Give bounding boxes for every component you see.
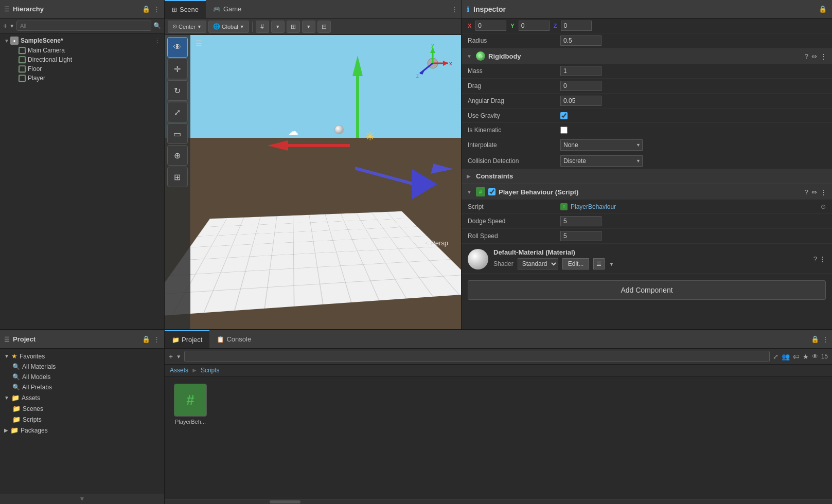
add-project-icon[interactable]: + [169,352,173,361]
hierarchy-item-player[interactable]: Player [0,74,164,83]
tool-transform[interactable]: ⊕ [167,145,188,166]
favorites-header[interactable]: ▼ ★ Favorites [0,351,164,362]
proj-scripts[interactable]: 📁 Scripts [0,414,164,425]
layers-btn[interactable]: ⊞ [287,21,300,33]
project-header-more[interactable]: ⋮ [822,335,829,343]
mass-input[interactable] [560,66,601,76]
scrollbar-thumb[interactable] [270,500,300,503]
tab-project[interactable]: 📁 Project [165,330,209,348]
interpolate-label: Interpolate [468,141,560,149]
project-star-icon[interactable]: ★ [803,353,809,361]
add-project-dropdown[interactable]: ▼ [176,354,181,359]
material-shader-select[interactable]: Standard [518,258,558,269]
breadcrumb-root[interactable]: Assets [170,367,188,374]
use-gravity-checkbox[interactable] [560,112,568,119]
global-btn[interactable]: 🌐 Global ▼ [208,21,249,33]
tree-scroll-bottom[interactable]: ▼ [0,494,164,504]
hierarchy-item-directional-light[interactable]: Directional Light [0,55,164,64]
hierarchy-item-floor[interactable]: Floor [0,64,164,74]
project-lock-icon[interactable]: 🔒 [142,335,150,343]
rigidbody-more-btn[interactable]: ⋮ [820,52,827,60]
horizontal-scrollbar[interactable] [165,499,832,504]
all-models-label: All Models [22,373,50,381]
dodge-speed-input[interactable] [560,216,601,226]
favorites-arrow: ▼ [4,353,9,359]
material-more-btn[interactable]: ⋮ [819,255,826,263]
constraints-header[interactable]: ▶ Constraints [462,169,832,184]
rigidbody-header[interactable]: ▼ ◎ Rigidbody ? ⇔ ⋮ [462,48,832,64]
project-lock-header-icon[interactable]: 🔒 [811,335,819,343]
position-z-input[interactable] [561,21,592,31]
script-target-icon[interactable]: ⊙ [821,203,826,210]
position-x-input[interactable] [475,21,506,31]
scene-menu-icon[interactable]: ☰ [196,39,202,47]
tab-console[interactable]: 📋 Console [209,330,258,348]
hierarchy-search-icon[interactable]: 🔍 [153,22,161,29]
tool-custom[interactable]: ⊞ [167,167,188,187]
position-y-input[interactable] [519,21,550,31]
interpolate-select[interactable]: None Interpolate Extrapolate [560,139,643,151]
favorites-label: Favorites [20,353,45,360]
tab-game[interactable]: 🎮 Game [206,0,249,18]
project-tree: ▼ ★ Favorites 🔍 All Materials 🔍 All Mode… [0,349,164,494]
proj-scenes[interactable]: 📁 Scenes [0,403,164,414]
x-axis-arrow [268,138,350,153]
script-enable-checkbox[interactable] [488,188,495,195]
scene-more-icon[interactable]: ⋮ [154,38,160,44]
tool-rotate[interactable]: ↻ [167,80,188,101]
tool-move[interactable]: ✛ [167,59,188,79]
rigidbody-settings-btn[interactable]: ⇔ [811,52,817,60]
camera-label: Main Camera [28,47,65,54]
file-item-playerbeh[interactable]: # PlayerBeh... [170,382,211,427]
tool-view[interactable]: 👁 [167,37,188,58]
tool-scale[interactable]: ⤢ [167,102,188,122]
is-kinematic-checkbox[interactable] [560,127,568,134]
collision-detection-select[interactable]: Discrete Continuous Continuous Dynamic C… [560,155,643,167]
material-help-btn[interactable]: ? [813,255,817,263]
material-shader-label: Shader [493,260,514,267]
script-more-btn[interactable]: ⋮ [820,188,827,196]
center-btn[interactable]: ⊙ Center ▼ [168,21,206,33]
grid-btn[interactable]: # [256,21,269,33]
project-more-icon[interactable]: ⋮ [153,335,160,343]
hierarchy-more-icon[interactable]: ⋮ [153,5,160,13]
grid-dropdown-btn[interactable]: ▼ [271,21,285,33]
radius-input[interactable] [560,35,601,46]
project-eye-icon: 👁 [812,353,818,360]
script-help-btn[interactable]: ? [805,188,808,196]
hierarchy-scene-root[interactable]: ▼ ● SampleScene* ⋮ [0,35,164,46]
project-collab-icon[interactable]: 👥 [782,353,790,361]
layers-dropdown-btn[interactable]: ▼ [302,21,315,33]
hierarchy-dropdown-icon[interactable]: ▼ [9,23,14,29]
rigidbody-help-btn[interactable]: ? [805,52,808,60]
hierarchy-item-main-camera[interactable]: Main Camera [0,46,164,55]
lock-inspector-icon[interactable]: 🔒 [819,5,827,13]
scene-more-icon[interactable]: ⋮ [451,5,458,13]
proj-all-prefabs[interactable]: 🔍 All Prefabs [0,382,164,392]
proj-all-models[interactable]: 🔍 All Models [0,372,164,382]
material-edit-btn[interactable]: Edit... [562,258,590,269]
project-search-input[interactable] [184,351,770,362]
add-hierarchy-icon[interactable]: + [3,22,7,30]
script-header[interactable]: ▼ # Player Behaviour (Script) ? ⇔ ⋮ [462,184,832,200]
material-dropdown-icon[interactable]: ▼ [609,261,614,267]
add-component-button[interactable]: Add Component [468,280,826,300]
material-list-btn[interactable]: ☰ [593,258,605,269]
tool-rect[interactable]: ▭ [167,123,188,144]
project-tag-icon[interactable]: 🏷 [793,353,800,361]
scene-view[interactable]: ✳ ☁ < Persp [165,35,461,329]
angular-drag-input[interactable] [560,96,601,106]
drag-input[interactable] [560,81,601,91]
packages-header[interactable]: ▶ 📁 Packages [0,425,164,436]
roll-speed-input[interactable] [560,231,601,241]
tab-scene[interactable]: ⊞ Scene [165,0,206,18]
hierarchy-search[interactable] [16,21,151,31]
ruler-btn[interactable]: ⊟ [317,21,331,33]
assets-header[interactable]: ▼ 📁 Assets [0,392,164,403]
interpolate-select-wrap: None Interpolate Extrapolate [560,139,643,151]
breadcrumb-child[interactable]: Scripts [201,367,220,374]
script-settings-btn[interactable]: ⇔ [811,188,817,196]
project-maximize-icon[interactable]: ⤢ [773,353,778,361]
lock-icon[interactable]: 🔒 [142,5,150,13]
proj-all-materials[interactable]: 🔍 All Materials [0,362,164,372]
